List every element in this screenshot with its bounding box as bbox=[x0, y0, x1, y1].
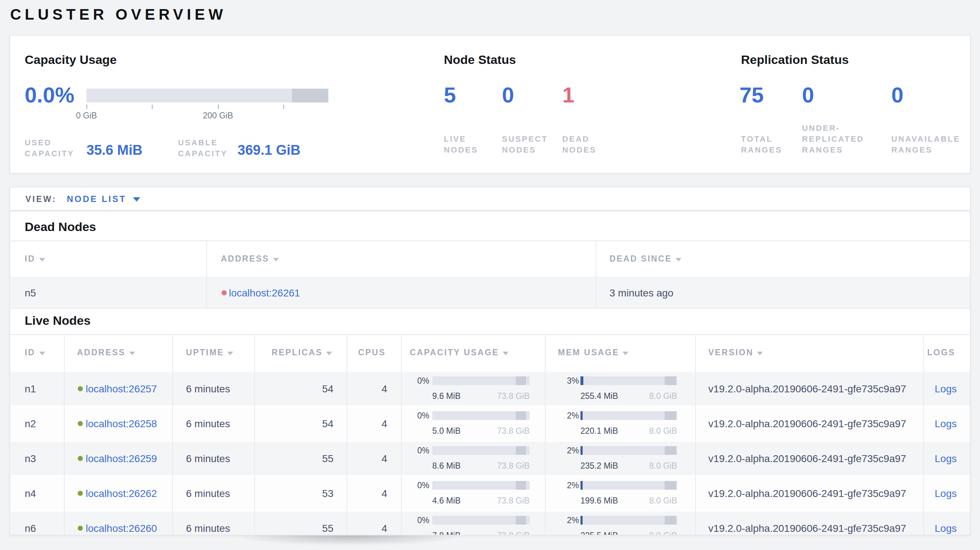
cell-id: n4 bbox=[25, 488, 36, 499]
dead-status-dot bbox=[221, 290, 227, 295]
table-row: n2 localhost:26258 6 minutes 54 4 0% 5.0… bbox=[10, 407, 970, 440]
cell-cpus: 4 bbox=[382, 453, 387, 464]
summary-card: Capacity Usage 0.0% 0 GiB 200 GiB USED C… bbox=[10, 35, 970, 174]
mem-bar-reserved bbox=[664, 481, 676, 490]
dead-col-address[interactable]: ADDRESS bbox=[221, 254, 278, 263]
cell-replicas: 54 bbox=[322, 418, 333, 429]
logs-link[interactable]: Logs bbox=[935, 383, 957, 394]
capacity-bar-reserved bbox=[516, 376, 526, 385]
capacity-usage-cell: 0% 5.0 MiB 73.8 GiB bbox=[401, 411, 545, 436]
logs-link[interactable]: Logs bbox=[935, 453, 957, 464]
col-id[interactable]: ID bbox=[25, 348, 45, 357]
column-divider bbox=[545, 334, 546, 536]
suspect-nodes-count: 0 bbox=[502, 84, 514, 107]
col-version[interactable]: VERSION bbox=[708, 348, 763, 357]
capacity-bar-reserved bbox=[292, 89, 328, 102]
cell-id: n5 bbox=[25, 287, 36, 298]
mem-bar-reserved bbox=[664, 411, 676, 420]
divider bbox=[10, 334, 970, 335]
mem-bar bbox=[581, 516, 677, 525]
cell-id: n6 bbox=[25, 522, 36, 534]
logs-link[interactable]: Logs bbox=[935, 488, 957, 499]
mem-bar-reserved bbox=[664, 516, 676, 525]
address-link[interactable]: localhost:26258 bbox=[86, 418, 157, 429]
address-link[interactable]: localhost:26260 bbox=[86, 522, 157, 534]
column-divider bbox=[695, 334, 696, 536]
address-link[interactable]: localhost:26259 bbox=[86, 453, 157, 464]
capacity-percent: 0% bbox=[417, 446, 430, 455]
cell-cpus: 4 bbox=[382, 383, 387, 394]
bottom-shadow bbox=[218, 536, 509, 550]
column-divider bbox=[254, 334, 255, 536]
cell-cpus: 4 bbox=[382, 488, 387, 499]
sort-caret-icon bbox=[623, 352, 629, 355]
node-status-heading: Node Status bbox=[444, 53, 516, 68]
capacity-percent: 0% bbox=[417, 516, 430, 525]
col-address[interactable]: ADDRESS bbox=[77, 348, 135, 357]
mem-total-value: 8.0 GiB bbox=[649, 392, 677, 401]
mem-bar-reserved bbox=[664, 376, 676, 385]
mem-bar bbox=[581, 411, 677, 420]
capacity-bar-reserved bbox=[516, 446, 526, 455]
cell-replicas: 55 bbox=[322, 453, 333, 464]
mem-usage-cell: 2% 220.1 MiB 8.0 GiB bbox=[545, 411, 695, 436]
axis-tick-label: 200 GiB bbox=[203, 111, 233, 120]
divider bbox=[10, 240, 970, 241]
capacity-bar bbox=[432, 411, 530, 420]
dead-col-dead-since[interactable]: DEAD SINCE bbox=[609, 254, 681, 263]
capacity-used-value: 8.6 MiB bbox=[432, 461, 461, 470]
cell-id: n3 bbox=[25, 453, 36, 464]
mem-used-value: 255.4 MiB bbox=[581, 392, 618, 401]
col-uptime[interactable]: UPTIME bbox=[186, 348, 234, 357]
mem-total-value: 8.0 GiB bbox=[649, 461, 677, 470]
sort-caret-icon bbox=[676, 258, 681, 262]
capacity-used-value: 4.6 MiB bbox=[432, 496, 461, 505]
column-divider bbox=[64, 334, 65, 536]
dead-nodes-heading: Dead Nodes bbox=[25, 220, 96, 235]
capacity-bar-reserved bbox=[516, 516, 526, 525]
logs-link[interactable]: Logs bbox=[935, 418, 957, 429]
mem-bar-fill bbox=[581, 411, 582, 420]
live-status-dot bbox=[78, 491, 83, 496]
col-mem-usage[interactable]: MEM USAGE bbox=[558, 348, 629, 357]
unavailable-ranges-label: UNAVAILABLE RANGES bbox=[891, 134, 960, 156]
mem-usage-cell: 2% 199.6 MiB 8.0 GiB bbox=[545, 481, 695, 505]
axis-tick bbox=[283, 105, 284, 109]
chevron-down-icon[interactable] bbox=[133, 197, 140, 201]
col-replicas[interactable]: REPLICAS bbox=[272, 348, 332, 357]
cell-id: n1 bbox=[25, 383, 36, 394]
cell-uptime: 6 minutes bbox=[186, 488, 230, 499]
dead-col-id[interactable]: ID bbox=[25, 254, 45, 263]
logs-link[interactable]: Logs bbox=[935, 522, 957, 534]
view-selector[interactable]: NODE LIST bbox=[67, 194, 126, 204]
live-status-dot bbox=[78, 526, 83, 531]
live-status-dot bbox=[78, 386, 83, 391]
mem-usage-cell: 2% 235.2 MiB 8.0 GiB bbox=[545, 446, 695, 471]
cell-replicas: 54 bbox=[322, 383, 333, 394]
mem-total-value: 8.0 GiB bbox=[649, 496, 677, 505]
col-cpus[interactable]: CPUS bbox=[358, 348, 386, 357]
column-divider bbox=[206, 240, 207, 308]
col-capacity-usage[interactable]: CAPACITY USAGE bbox=[410, 348, 509, 357]
mem-total-value: 8.0 GiB bbox=[649, 426, 677, 435]
sort-caret-icon bbox=[228, 352, 234, 355]
replication-status-heading: Replication Status bbox=[741, 53, 849, 68]
address-link[interactable]: localhost:26257 bbox=[86, 383, 157, 394]
live-nodes-label: LIVE NODES bbox=[444, 134, 478, 156]
page-title: CLUSTER OVERVIEW bbox=[10, 6, 227, 23]
cell-uptime: 6 minutes bbox=[186, 383, 230, 394]
cell-replicas: 55 bbox=[322, 522, 333, 534]
cell-version: v19.2.0-alpha.20190606-2491-gfe735c9a97 bbox=[708, 383, 906, 394]
capacity-usage-cell: 0% 8.6 MiB 73.8 GiB bbox=[401, 446, 545, 471]
mem-bar-fill bbox=[581, 516, 582, 525]
under-replicated-label: UNDER- REPLICATED RANGES bbox=[802, 123, 864, 156]
address-link[interactable]: localhost:26261 bbox=[229, 287, 300, 298]
capacity-bar bbox=[432, 446, 530, 455]
column-divider bbox=[347, 334, 347, 536]
address-link[interactable]: localhost:26262 bbox=[86, 488, 157, 499]
mem-used-value: 199.6 MiB bbox=[581, 496, 618, 505]
sort-caret-icon bbox=[273, 258, 278, 262]
tables-panel: Dead Nodes ID ADDRESS DEAD SINCE n5 loca… bbox=[10, 211, 970, 536]
capacity-percent: 0% bbox=[417, 411, 430, 420]
capacity-percent: 0% bbox=[417, 376, 430, 385]
